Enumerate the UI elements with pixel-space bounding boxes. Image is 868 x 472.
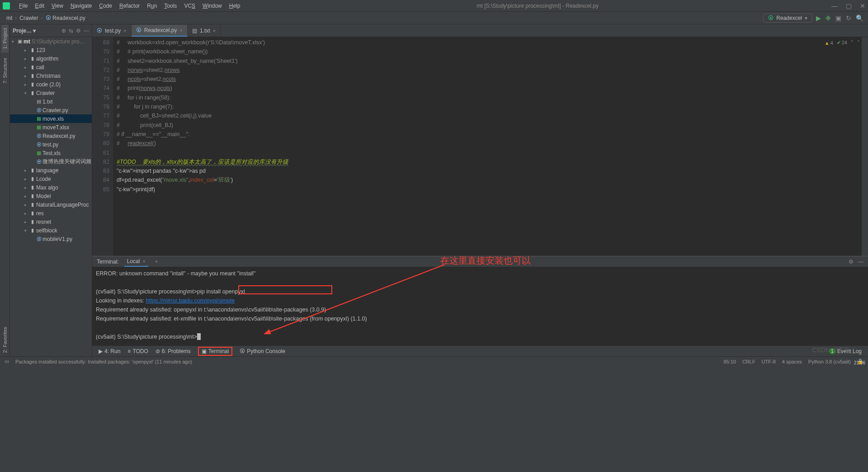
bottom-tool-stripe: ▶ 4: Run ≡ TODO ⊘ 6: Problems ▣ Terminal…	[92, 345, 868, 356]
status-icon: ▭	[5, 359, 9, 364]
toolwin-todo-tab[interactable]: ≡ TODO	[127, 348, 148, 354]
link[interactable]: https://mirror.baidu.com/pypi/simple	[146, 297, 235, 304]
toolwin-pyconsole-tab[interactable]: ⦿ Python Console	[240, 348, 285, 354]
tree-item[interactable]: ⦿Crawler.py	[10, 106, 92, 114]
menu-run[interactable]: Run	[143, 3, 160, 9]
tree-item[interactable]: ▸▮Christmas	[10, 71, 92, 80]
tree-item[interactable]: ▾▣mt S:\Study\picture pro…	[10, 37, 92, 46]
menu-view[interactable]: View	[48, 3, 67, 9]
close-icon[interactable]: ×	[123, 28, 126, 33]
editor-tab[interactable]: ▤1.txt×	[188, 25, 221, 37]
menu-refactor[interactable]: Refactor	[116, 3, 143, 9]
tree-item[interactable]: ⦿mobileV1.py	[10, 235, 92, 243]
new-terminal-button[interactable]: ＋	[154, 258, 159, 265]
navigation-bar: mt › Crawler › ⦿ Readexcel.py ⦿ Readexce…	[0, 12, 868, 24]
python-icon: ⦿	[768, 15, 774, 21]
terminal-title: Terminal:	[97, 259, 119, 265]
status-bar: ▭ Packages installed successfully: Insta…	[0, 356, 868, 366]
menu-navigate[interactable]: Navigate	[67, 3, 95, 9]
tree-item[interactable]: ▾▮Crawler	[10, 89, 92, 97]
warnings-count: 4	[825, 40, 833, 46]
window-title: mt [S:\Study\picture processing\mt] - Re…	[244, 3, 831, 9]
tree-item[interactable]: ⦿Readexcel.py	[10, 132, 92, 140]
expand-all-icon[interactable]: ⇆	[69, 28, 73, 34]
tree-item[interactable]: ⦿test.py	[10, 140, 92, 149]
toolwin-project-tab[interactable]: 1: Project	[1, 24, 9, 52]
tree-item[interactable]: ▾▮selfblock	[10, 226, 92, 235]
editor-tab[interactable]: ⦿test.py×	[92, 25, 132, 37]
tree-item[interactable]: ▸▮language	[10, 166, 92, 175]
minimize-button[interactable]: —	[831, 2, 838, 9]
breadcrumb[interactable]: mt	[5, 15, 14, 21]
close-icon[interactable]: ×	[142, 259, 145, 264]
hide-button[interactable]: —	[858, 259, 863, 265]
terminal-tab-local[interactable]: Local ×	[124, 257, 148, 267]
file-encoding[interactable]: UTF-8	[762, 359, 776, 364]
event-log-button[interactable]: 1 Event Log	[829, 348, 862, 354]
tree-item[interactable]: ▸▮code (2.0)	[10, 80, 92, 89]
menu-vcs[interactable]: VCS	[180, 3, 199, 9]
close-window-button[interactable]: ✕	[860, 2, 865, 9]
breadcrumb[interactable]: Crawler	[18, 15, 40, 21]
tree-item[interactable]: ▸▮res	[10, 209, 92, 217]
chevron-up-icon[interactable]: ˄	[851, 40, 854, 46]
inspection-widget[interactable]: 4 24 ˄ ˅	[825, 40, 860, 46]
run-with-coverage-button[interactable]: ▣	[835, 14, 841, 22]
editor-area: ⦿test.py×⦿Readexcel.py×▤1.txt× 697071727…	[92, 24, 868, 356]
taskbar-clock: 21:06	[854, 360, 865, 365]
tree-item[interactable]: ▸▮NaturalLanguageProc	[10, 200, 92, 209]
tree-item[interactable]: ▤1.txt	[10, 97, 92, 106]
menu-tools[interactable]: Tools	[160, 3, 180, 9]
tree-item[interactable]: ▸▮algorithm	[10, 54, 92, 63]
hide-button[interactable]: —	[84, 28, 89, 34]
caret-position[interactable]: 85:10	[723, 359, 736, 364]
left-tool-stripe: 1: Project 7: Structure 2: Favorites	[0, 24, 10, 356]
editor-scrollbar[interactable]	[862, 37, 868, 256]
tree-item[interactable]: ▦moveT.xlsx	[10, 123, 92, 132]
run-config-selector[interactable]: ⦿ Readexcel ▾	[763, 14, 812, 23]
tree-item[interactable]: ▸▮Max algo	[10, 183, 92, 192]
attach-button[interactable]: ↻	[846, 14, 851, 22]
tree-item[interactable]: ▸▮Lcode	[10, 175, 92, 183]
tree-item[interactable]: ⦿微博热搜关键词词频	[10, 157, 92, 166]
tree-item[interactable]: ▦Test.xls	[10, 149, 92, 157]
tree-item[interactable]: ▸▮Model	[10, 192, 92, 200]
select-opened-file-icon[interactable]: ⊕	[61, 28, 66, 34]
menu-window[interactable]: Window	[199, 3, 226, 9]
menu-help[interactable]: Help	[226, 3, 244, 9]
editor-gutter: 6970717273747576777879808182838485	[92, 37, 113, 256]
gear-icon[interactable]: ⚙	[849, 259, 854, 265]
tree-item[interactable]: ▸▮call	[10, 63, 92, 71]
breadcrumb[interactable]: ⦿ Readexcel.py	[44, 15, 87, 21]
tree-item[interactable]: ▦move.xls	[10, 114, 92, 123]
search-everywhere-button[interactable]: 🔍	[856, 14, 863, 22]
chevron-down-icon: ▾	[805, 15, 807, 21]
close-icon[interactable]: ×	[213, 28, 216, 33]
toolwin-structure-tab[interactable]: 7: Structure	[1, 54, 9, 87]
line-separator[interactable]: CRLF	[742, 359, 755, 364]
menu-bar: File Edit View Navigate Code Refactor Ru…	[0, 0, 868, 12]
run-button[interactable]: ▶	[816, 14, 821, 22]
indent-settings[interactable]: 4 spaces	[782, 359, 802, 364]
toolwin-terminal-tab[interactable]: ▣ Terminal	[198, 347, 232, 356]
chevron-down-icon[interactable]: ˅	[857, 40, 860, 46]
toolwin-run-tab[interactable]: ▶ 4: Run	[99, 348, 120, 354]
project-sidebar: Proje… ▾ ⊕ ⇆ ⚙ — ▾▣mt S:\Study\picture p…	[10, 24, 92, 356]
maximize-button[interactable]: ▢	[846, 2, 852, 9]
toolwin-problems-tab[interactable]: ⊘ 6: Problems	[156, 348, 191, 354]
tree-item[interactable]: ▸▮resnet	[10, 217, 92, 226]
menu-file[interactable]: File	[15, 3, 31, 9]
code-editor[interactable]: # workbook=xlrd.open_workbook(r'S:\\Data…	[113, 37, 862, 256]
tree-item[interactable]: ▸▮123	[10, 46, 92, 54]
editor-tab[interactable]: ⦿Readexcel.py×	[132, 25, 188, 37]
debug-button[interactable]: ❉	[826, 14, 831, 22]
terminal-output[interactable]: ERROR: unknown command "intall" - maybe …	[92, 267, 868, 345]
toolwin-favorites-tab[interactable]: 2: Favorites	[1, 323, 9, 356]
close-icon[interactable]: ×	[180, 28, 183, 33]
menu-code[interactable]: Code	[95, 3, 116, 9]
chevron-right-icon: ›	[14, 15, 18, 21]
python-interpreter[interactable]: Python 3.8 (cv5aiit)	[808, 359, 851, 364]
menu-edit[interactable]: Edit	[31, 3, 48, 9]
run-config-label: Readexcel	[776, 15, 802, 21]
gear-icon[interactable]: ⚙	[76, 28, 81, 34]
